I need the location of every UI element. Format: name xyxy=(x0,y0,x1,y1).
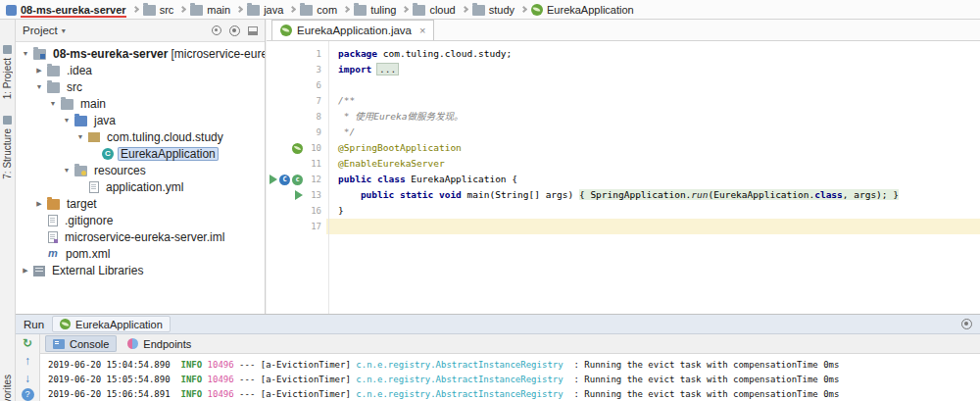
tool-button-favorites[interactable]: Favorites xyxy=(0,375,15,401)
code-line[interactable]: 3import ... xyxy=(267,62,980,77)
tree-toggle-icon[interactable]: ▼ xyxy=(61,117,73,124)
tree-toggle-icon[interactable]: ▼ xyxy=(33,83,45,90)
run-icon[interactable] xyxy=(270,175,277,184)
code-line[interactable]: 8 * 使用Eureka做服务发现。 xyxy=(267,109,980,125)
log-token: 10496 xyxy=(202,389,234,399)
tree-item[interactable]: ▼main xyxy=(16,95,265,112)
folder-icon xyxy=(354,5,367,16)
up-arrow-button[interactable]: ↑ xyxy=(20,354,36,369)
console-output[interactable]: 2019-06-20 15:04:54.890 INFO 10496 --- [… xyxy=(40,354,980,401)
tree-toggle-icon[interactable]: ▼ xyxy=(74,133,86,140)
tree-item[interactable]: microservice-eureka-server.iml xyxy=(16,228,265,245)
tree-toggle-icon[interactable]: ▶ xyxy=(20,267,31,275)
tree-item[interactable]: CEurekaApplication xyxy=(16,145,265,162)
rerun-button[interactable]: ↻ xyxy=(20,336,36,351)
tree-item[interactable]: ▶External Libraries xyxy=(16,262,265,278)
code-line[interactable]: 10@SpringBootApplication xyxy=(267,140,980,156)
tree-toggle-icon[interactable]: ▶ xyxy=(33,200,45,208)
package-icon xyxy=(88,132,100,142)
code-line[interactable]: Cc12public class EurekaApplication { xyxy=(267,172,980,187)
code-line[interactable]: 13 public static void main(String[] args… xyxy=(267,187,980,203)
editor-tab-label: EurekaApplication.java xyxy=(297,25,412,36)
code-line[interactable]: 11@EnableEurekaServer xyxy=(267,156,980,172)
breadcrumb-item[interactable]: com xyxy=(300,0,337,19)
tool-button-structure[interactable]: 7: Structure xyxy=(0,116,15,179)
run-icon[interactable] xyxy=(295,190,303,200)
help-icon[interactable]: ? xyxy=(22,388,34,401)
chevron-down-icon[interactable]: ▾ xyxy=(62,26,66,35)
tree-item[interactable]: application.yml xyxy=(16,178,265,195)
gear-icon[interactable] xyxy=(961,319,972,329)
line-number: 10 xyxy=(306,143,326,153)
gutter-icons: Cc xyxy=(267,175,306,185)
class-g-icon[interactable]: c xyxy=(292,175,303,185)
file-icon xyxy=(48,215,58,226)
tree-item[interactable]: ▶.idea xyxy=(16,62,265,78)
folder-icon xyxy=(47,82,60,93)
tree-item[interactable]: ▼src xyxy=(16,78,265,95)
breadcrumb-item[interactable]: tuling xyxy=(354,0,396,19)
tool-button-project[interactable]: 1: Project xyxy=(0,45,15,99)
code-token: @SpringBootApplication xyxy=(338,142,462,153)
code-token: @EnableEurekaServer xyxy=(338,158,445,169)
tree-item[interactable]: ▼08-ms-eureka-server [microservice-eurek… xyxy=(16,45,265,62)
tree-item-label: .gitignore xyxy=(62,214,116,227)
folder-mod-icon xyxy=(33,49,46,60)
folder-icon xyxy=(300,5,313,16)
line-number: 7 xyxy=(306,96,326,106)
tree-toggle-icon[interactable]: ▼ xyxy=(47,100,59,107)
close-tab-icon[interactable]: × xyxy=(419,25,425,36)
log-token: INFO xyxy=(180,375,202,384)
tree-toggle-icon[interactable]: ▼ xyxy=(20,50,31,57)
tab-endpoints[interactable]: Endpoints xyxy=(120,335,199,352)
code-line[interactable]: 1package com.tuling.cloud.study; xyxy=(267,46,980,62)
tree-item[interactable]: ▶target xyxy=(16,195,265,212)
editor-body[interactable]: 1package com.tuling.cloud.study;3import … xyxy=(267,41,980,314)
line-number: 3 xyxy=(306,65,326,75)
gutter-icons xyxy=(267,190,306,200)
tree-item[interactable]: .gitignore xyxy=(16,212,265,228)
editor-tab[interactable]: EurekaApplication.java × xyxy=(271,20,434,40)
breadcrumb-item[interactable]: 08-ms-eureka-server xyxy=(6,0,126,19)
tree-item[interactable]: ▼com.tuling.cloud.study xyxy=(16,128,265,145)
code-line[interactable]: 6 xyxy=(267,77,980,93)
tree-item-label: EurekaApplication xyxy=(118,147,219,161)
gear-icon[interactable] xyxy=(229,25,240,36)
log-token: c.n.e.registry.AbstractInstanceRegistry xyxy=(356,360,563,370)
tree-toggle-icon[interactable]: ▼ xyxy=(61,167,73,174)
tree-toggle-icon[interactable]: ▶ xyxy=(33,67,45,75)
code-line[interactable]: 9 */ xyxy=(267,125,980,140)
breadcrumb-item[interactable]: java xyxy=(247,0,283,19)
tree-item[interactable]: ▼java xyxy=(16,112,265,128)
code-text: @SpringBootApplication xyxy=(326,140,980,156)
log-token: c.n.e.registry.AbstractInstanceRegistry xyxy=(356,375,563,384)
locate-icon[interactable] xyxy=(212,25,221,35)
code-line[interactable]: 17 xyxy=(267,219,980,234)
tree-item[interactable]: mpom.xml xyxy=(16,245,265,262)
breadcrumb-item[interactable]: EurekaApplication xyxy=(531,0,634,19)
breadcrumb-item[interactable]: cloud xyxy=(413,0,455,19)
tree-item-label: java xyxy=(91,114,119,127)
breadcrumb-item[interactable]: study xyxy=(472,0,514,19)
class-c-icon[interactable]: C xyxy=(279,175,290,185)
code-line[interactable]: 7/** xyxy=(267,93,980,109)
project-panel-title[interactable]: Project xyxy=(23,25,58,36)
tab-console[interactable]: Console xyxy=(45,335,117,352)
tree-item[interactable]: ▼resources xyxy=(16,162,265,178)
code-token: public static void xyxy=(361,189,467,200)
breadcrumb-item[interactable]: src xyxy=(143,0,174,19)
breadcrumb-item[interactable]: main xyxy=(190,0,230,19)
tree-item-label: External Libraries xyxy=(49,264,146,277)
down-arrow-button[interactable]: ↓ xyxy=(20,371,36,385)
tab-endpoints-label: Endpoints xyxy=(143,338,191,350)
leaf-icon[interactable] xyxy=(292,143,303,154)
code-line[interactable]: 16} xyxy=(267,203,980,219)
project-panel: Project ▾ ▼08-ms-eureka-server [microser… xyxy=(16,20,266,314)
run-config-tab-label: EurekaApplication xyxy=(75,319,163,330)
log-token: [a-EvictionTimer] xyxy=(261,360,357,370)
tree-item-suffix: [microservice-eureka-se xyxy=(171,47,265,61)
folder-src-icon xyxy=(74,116,87,126)
run-config-tab[interactable]: EurekaApplication xyxy=(52,316,171,332)
hide-panel-icon[interactable] xyxy=(248,26,258,35)
code-token: /** xyxy=(338,95,355,106)
